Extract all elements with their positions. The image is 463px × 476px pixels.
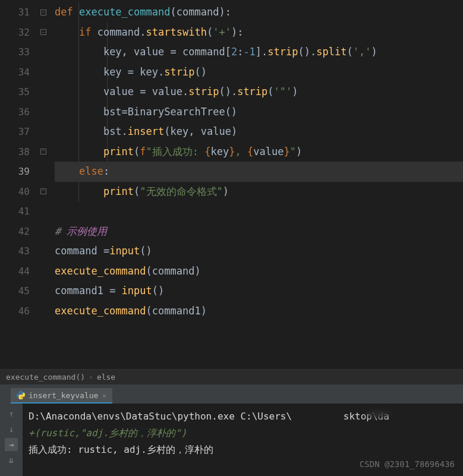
line-num: 45	[0, 281, 30, 301]
line-num: 41	[0, 201, 30, 222]
terminal-output[interactable]: D:\Anaconda\envs\DataStuc\python.exe C:\…	[23, 404, 463, 476]
terminal-panel: ↑ ↓ ⇥ ⇊ D:\Anaconda\envs\DataStuc\python…	[0, 404, 463, 476]
line-num: 38	[0, 142, 30, 162]
wrap-icon[interactable]: ⇥	[5, 438, 18, 451]
line-num: 43	[0, 241, 30, 261]
code-content[interactable]: def execute_command(command): if command…	[50, 0, 463, 369]
fold-down-icon[interactable]: −	[40, 10, 46, 15]
code-line[interactable]: execute_command(command)	[55, 261, 463, 282]
scroll-icon[interactable]: ⇊	[5, 453, 18, 466]
code-line[interactable]: execute_command(command1)	[55, 301, 463, 321]
tab-bar: insert_keyvalue ×	[0, 384, 463, 404]
watermark: CSDN @2301_78696436	[360, 456, 455, 472]
fold-up-icon[interactable]: ⌃	[40, 149, 46, 155]
breadcrumb-item[interactable]: execute_command()	[6, 373, 85, 382]
code-line[interactable]: # 示例使用	[55, 222, 463, 242]
code-line[interactable]: command1 = input()	[55, 281, 463, 301]
code-editor[interactable]: 31 32 33 34 35 36 37 38 39 40 41 42 43 4…	[0, 0, 463, 369]
code-line[interactable]	[55, 201, 463, 222]
fold-down-icon[interactable]: −	[40, 29, 46, 35]
line-num: 33	[0, 42, 30, 62]
line-num: 31	[0, 2, 30, 23]
line-num: 40	[0, 182, 30, 202]
code-line[interactable]: key = key.strip()	[55, 62, 463, 83]
code-line[interactable]: bst=BinarySearchTree()	[55, 102, 463, 122]
line-num: 39	[0, 162, 30, 182]
line-num: 35	[0, 82, 30, 102]
python-icon	[17, 391, 25, 399]
line-num: 44	[0, 261, 30, 282]
line-num: 32	[0, 23, 30, 43]
tab-label: insert_keyvalue	[29, 391, 98, 400]
line-num: 36	[0, 102, 30, 122]
line-num: 34	[0, 62, 30, 83]
line-num: 46	[0, 301, 30, 321]
line-num: 42	[0, 222, 30, 242]
code-line[interactable]: value = value.strip().strip('"')	[55, 82, 463, 102]
code-line[interactable]: bst.insert(key, value)	[55, 122, 463, 142]
code-line[interactable]: command =input()	[55, 241, 463, 261]
close-icon[interactable]: ×	[102, 391, 106, 400]
code-line[interactable]: key, value = command[2:-1].strip().split…	[55, 42, 463, 62]
code-line[interactable]: def execute_command(command):	[55, 2, 463, 23]
code-line[interactable]: print("无效的命令格式")	[55, 182, 463, 202]
fold-column: − − ⌃ ⌃	[37, 0, 50, 369]
tab-insert-keyvalue[interactable]: insert_keyvalue ×	[11, 388, 112, 404]
breadcrumb[interactable]: execute_command() › else	[0, 369, 463, 384]
arrow-up-icon[interactable]: ↑	[5, 407, 18, 420]
code-line[interactable]: if command.startswith('+'):	[55, 23, 463, 43]
fold-up-icon[interactable]: ⌃	[40, 188, 46, 194]
line-number-gutter: 31 32 33 34 35 36 37 38 39 40 41 42 43 4…	[0, 0, 37, 369]
code-line[interactable]: print(f"插入成功: {key}, {value}")	[55, 142, 463, 162]
redaction-smudge	[361, 409, 395, 419]
terminal-toolbar: ↑ ↓ ⇥ ⇊	[0, 404, 23, 476]
chevron-right-icon: ›	[89, 373, 93, 382]
line-num: 37	[0, 122, 30, 142]
code-line[interactable]: else:	[55, 162, 463, 182]
breadcrumb-item[interactable]: else	[97, 373, 115, 382]
arrow-down-icon[interactable]: ↓	[5, 423, 18, 436]
terminal-line: +(rustic,"adj.乡村的，淳朴的")	[29, 425, 457, 442]
